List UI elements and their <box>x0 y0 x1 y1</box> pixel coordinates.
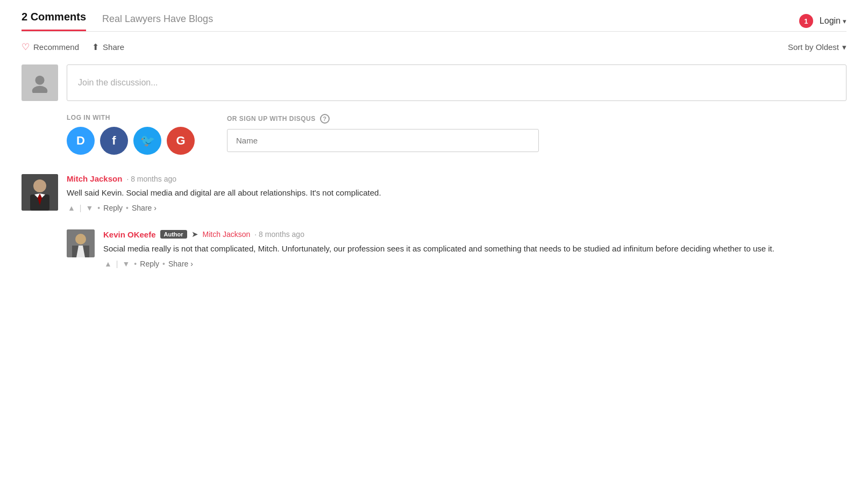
disqus-letter: D <box>76 134 85 148</box>
twitter-letter: 🐦 <box>140 134 155 148</box>
kevin-avatar <box>67 229 95 257</box>
action-dot-1: • <box>97 204 100 212</box>
kevin-vote-divider: | <box>116 260 118 268</box>
reply-to-name[interactable]: Mitch Jackson <box>203 230 251 239</box>
twitter-login-icon[interactable]: 🐦 <box>133 127 161 155</box>
kevin-author-name[interactable]: Kevin OKeefe <box>103 230 156 239</box>
comment-placeholder: Join the discussion... <box>78 78 158 88</box>
share-label: Share <box>103 42 124 52</box>
notification-badge: 1 <box>799 14 813 28</box>
disqus-login-icon[interactable]: D <box>67 127 95 155</box>
toolbar-left: ♡ Recommend ⬆ Share <box>22 41 124 53</box>
svg-point-9 <box>75 234 86 244</box>
facebook-letter: f <box>112 134 116 148</box>
comment-input[interactable]: Join the discussion... <box>67 64 846 101</box>
sort-label: Sort by Oldest <box>788 42 839 52</box>
kevin-upvote-button[interactable]: ▲ <box>103 260 113 268</box>
kevin-share-button[interactable]: Share › <box>168 260 193 268</box>
recommend-label: Recommend <box>33 42 79 52</box>
login-section: LOG IN WITH D f 🐦 G OR SIGN UP WITH DISQ… <box>22 114 846 155</box>
svg-point-3 <box>33 179 46 192</box>
guest-avatar <box>22 64 58 101</box>
mitch-avatar <box>22 174 58 211</box>
kevin-comment-item: Kevin OKeefe Author ➤ Mitch Jackson · 8 … <box>67 229 846 268</box>
mitch-comment-meta: Mitch Jackson · 8 months ago <box>67 174 846 183</box>
google-letter: G <box>176 134 185 148</box>
header-right: 1 Login ▾ <box>799 14 846 28</box>
vote-divider: | <box>80 204 82 212</box>
kevin-reply-wrapper: Kevin OKeefe Author ➤ Mitch Jackson · 8 … <box>22 229 846 268</box>
guest-avatar-icon <box>30 73 50 93</box>
comment-item: Mitch Jackson · 8 months ago Well said K… <box>22 174 846 212</box>
name-input[interactable] <box>227 129 539 152</box>
social-icons: D f 🐦 G <box>67 127 195 155</box>
sort-chevron: ▾ <box>842 42 846 52</box>
compose-area: Join the discussion... <box>22 64 846 101</box>
comments-header: 2 Comments Real Lawyers Have Blogs 1 Log… <box>22 11 846 32</box>
tab-comments[interactable]: 2 Comments <box>22 11 86 31</box>
login-chevron: ▾ <box>843 17 846 25</box>
kevin-comment-actions: ▲ | ▼ • Reply • Share › <box>103 260 846 268</box>
action-dot-2: • <box>126 204 129 212</box>
mitch-upvote-button[interactable]: ▲ <box>67 204 76 212</box>
kevin-comment-body: Kevin OKeefe Author ➤ Mitch Jackson · 8 … <box>103 229 846 268</box>
google-login-icon[interactable]: G <box>167 127 195 155</box>
kevin-comment-meta: Kevin OKeefe Author ➤ Mitch Jackson · 8 … <box>103 229 846 239</box>
svg-point-1 <box>32 86 48 93</box>
login-button[interactable]: Login ▾ <box>820 16 846 26</box>
login-label: Login <box>820 16 841 26</box>
author-badge: Author <box>160 230 187 239</box>
mitch-downvote-button[interactable]: ▼ <box>85 204 95 212</box>
share-icon: ⬆ <box>92 42 99 52</box>
mitch-comment-text: Well said Kevin. Social media and digita… <box>67 186 846 199</box>
kevin-comment-time: · 8 months ago <box>254 230 304 239</box>
login-with-label: LOG IN WITH <box>67 114 195 121</box>
facebook-login-icon[interactable]: f <box>100 127 128 155</box>
recommend-button[interactable]: ♡ Recommend <box>22 41 79 53</box>
signup-help-icon[interactable]: ? <box>320 114 330 124</box>
kevin-comment-text: Social media really is not that complica… <box>103 242 846 255</box>
mitch-share-button[interactable]: Share › <box>132 204 156 212</box>
svg-point-0 <box>35 76 44 85</box>
signup-label: OR SIGN UP WITH DISQUS ? <box>227 114 539 124</box>
mitch-comment-time: · 8 months ago <box>126 175 176 183</box>
reply-to-icon: ➤ <box>191 229 198 239</box>
toolbar: ♡ Recommend ⬆ Share Sort by Oldest ▾ <box>22 41 846 53</box>
comments-list: Mitch Jackson · 8 months ago Well said K… <box>22 174 846 268</box>
kevin-action-dot-1: • <box>134 260 137 268</box>
share-button[interactable]: ⬆ Share <box>92 42 124 52</box>
kevin-action-dot-2: • <box>162 260 165 268</box>
kevin-downvote-button[interactable]: ▼ <box>122 260 131 268</box>
mitch-comment-actions: ▲ | ▼ • Reply • Share › <box>67 204 846 212</box>
login-with-section: LOG IN WITH D f 🐦 G <box>67 114 195 155</box>
mitch-comment-body: Mitch Jackson · 8 months ago Well said K… <box>67 174 846 212</box>
mitch-reply-button[interactable]: Reply <box>103 204 123 212</box>
mitch-author-name[interactable]: Mitch Jackson <box>67 174 122 183</box>
heart-icon: ♡ <box>22 41 30 53</box>
header-tabs: 2 Comments Real Lawyers Have Blogs <box>22 11 213 31</box>
sort-button[interactable]: Sort by Oldest ▾ <box>788 42 846 52</box>
kevin-reply-button[interactable]: Reply <box>140 260 159 268</box>
tab-blog[interactable]: Real Lawyers Have Blogs <box>102 13 213 31</box>
signup-section: OR SIGN UP WITH DISQUS ? <box>227 114 539 152</box>
